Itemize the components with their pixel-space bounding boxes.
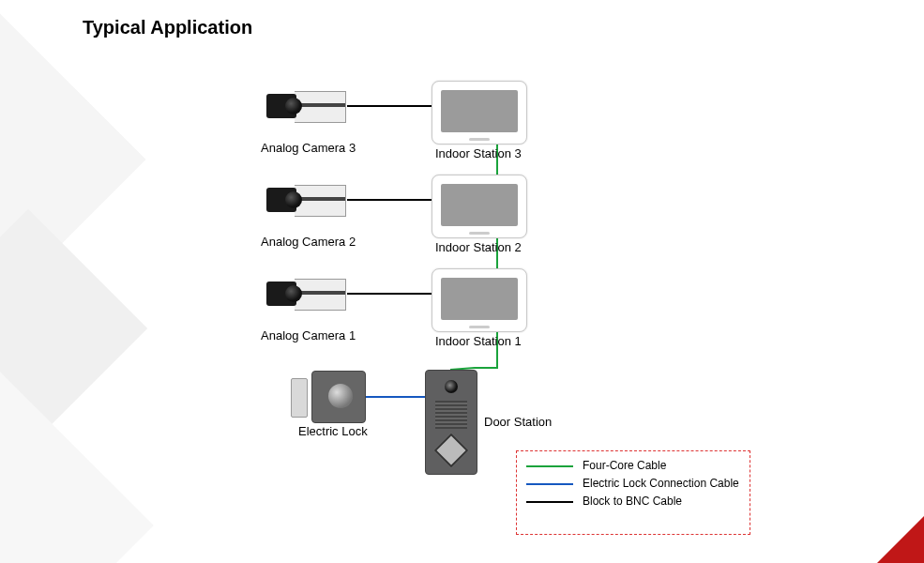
legend-box: Four-Core Cable Electric Lock Connection… [516, 450, 750, 535]
legend-label-blue: Electric Lock Connection Cable [583, 477, 740, 491]
analog-camera-1 [266, 273, 349, 314]
label-camera-1: Analog Camera 1 [261, 328, 356, 342]
label-indoor-3: Indoor Station 3 [435, 146, 522, 160]
electric-lock [291, 371, 366, 421]
legend-row-green: Four-Core Cable [526, 459, 740, 473]
label-camera-2: Analog Camera 2 [261, 235, 356, 249]
label-camera-3: Analog Camera 3 [261, 141, 356, 155]
legend-row-black: Block to BNC Cable [526, 495, 740, 509]
legend-swatch-green [526, 465, 573, 467]
legend-label-black: Block to BNC Cable [583, 495, 740, 509]
indoor-station-1 [432, 268, 527, 332]
analog-camera-2 [266, 179, 349, 221]
legend-label-green: Four-Core Cable [583, 459, 740, 473]
legend-swatch-black [526, 501, 573, 503]
door-station [425, 370, 477, 475]
label-electric-lock: Electric Lock [298, 424, 368, 438]
legend-swatch-blue [526, 483, 573, 485]
page-title: Typical Application [83, 17, 252, 38]
label-indoor-1: Indoor Station 1 [435, 334, 522, 348]
label-door-station: Door Station [484, 415, 552, 429]
indoor-station-3 [432, 81, 527, 145]
legend-row-blue: Electric Lock Connection Cable [526, 477, 740, 491]
corner-accent [877, 516, 924, 563]
label-indoor-2: Indoor Station 2 [435, 240, 522, 254]
indoor-station-2 [432, 175, 527, 238]
analog-camera-3 [266, 85, 349, 127]
